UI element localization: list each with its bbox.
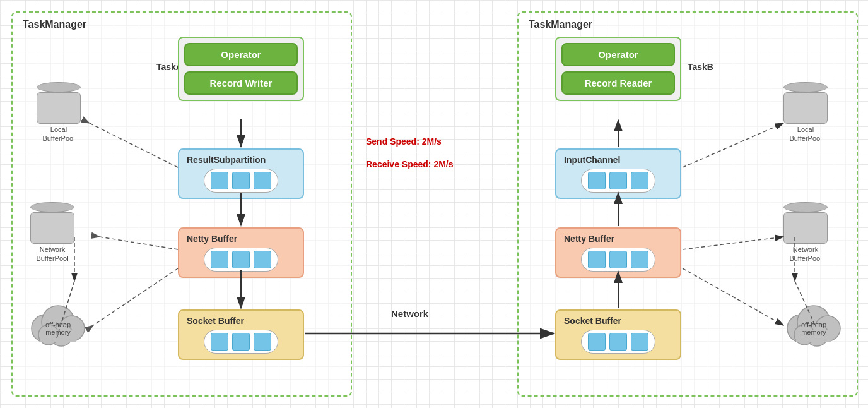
right-offheap-memory: off-heapmemory [782,297,845,347]
right-socket-buffer-box: Socket Buffer [555,309,681,360]
cylinder-top-cap [783,202,828,212]
result-subpartition-buffers [204,169,278,193]
cylinder-top-cap [30,202,74,212]
buffer-block [631,333,648,351]
left-netty-buffer-box: Netty Buffer [178,227,304,278]
buffer-block [609,172,627,189]
task-b-label: TaskB [688,62,713,72]
left-offheap-memory: off-heapmemory [26,297,90,347]
buffer-block [631,172,648,189]
buffer-block [588,333,606,351]
left-offheap-label: off-heapmemory [33,321,83,336]
left-netty-buffer-title: Netty Buffer [187,234,295,244]
cylinder-body [783,212,828,244]
buffer-block [232,172,250,189]
buffer-block [254,251,271,268]
right-record-reader-btn: Record Reader [561,71,675,95]
cylinder-body [30,212,74,244]
receive-speed-label: Receive Speed: 2M/s [366,159,454,169]
right-local-bufferpool-label: LocalBufferPool [789,125,821,143]
buffer-block [211,172,228,189]
input-channel-buffers [581,169,655,193]
result-subpartition-box: ResultSubpartition [178,148,304,199]
buffer-block [609,251,627,268]
left-taskmanager-title: TaskManager [23,19,86,30]
right-netty-buffer-box: Netty Buffer [555,227,681,278]
canvas: TaskManager TaskManager TaskA TaskB Oper… [0,0,868,408]
left-network-bufferpool: NetworkBufferPool [30,202,74,263]
buffer-block [588,172,606,189]
left-operator-btn: Operator [184,43,298,66]
buffer-block [211,333,228,351]
right-taskmanager-title: TaskManager [529,19,592,30]
buffer-block [609,333,627,351]
right-local-bufferpool: LocalBufferPool [783,82,828,143]
left-netty-buffer-strip [204,248,278,272]
input-channel-title: InputChannel [564,155,672,165]
buffer-block [254,333,271,351]
buffer-block [631,251,648,268]
left-operator-box: Operator Record Writer [178,37,304,101]
cylinder-body [37,92,81,124]
cylinder-top-cap [37,82,81,92]
send-speed-label: Send Speed: 2M/s [366,136,442,147]
right-netty-buffer-title: Netty Buffer [564,234,672,244]
left-local-bufferpool: LocalBufferPool [37,82,81,143]
cylinder-top-cap [783,82,828,92]
right-offheap-label: off-heapmemory [789,321,839,336]
right-network-bufferpool: NetworkBufferPool [783,202,828,263]
right-socket-buffer-title: Socket Buffer [564,316,672,326]
right-netty-buffer-strip [581,248,655,272]
cylinder-body [783,92,828,124]
buffer-block [232,251,250,268]
buffer-block [254,172,271,189]
left-local-bufferpool-label: LocalBufferPool [42,125,74,143]
buffer-block [232,333,250,351]
left-socket-buffer-strip [204,330,278,354]
buffer-block [211,251,228,268]
right-operator-btn: Operator [561,43,675,66]
right-socket-buffer-strip [581,330,655,354]
input-channel-box: InputChannel [555,148,681,199]
network-label: Network [391,308,428,319]
left-socket-buffer-title: Socket Buffer [187,316,295,326]
left-socket-buffer-box: Socket Buffer [178,309,304,360]
result-subpartition-title: ResultSubpartition [187,155,295,165]
buffer-block [588,251,606,268]
left-network-bufferpool-label: NetworkBufferPool [36,245,68,263]
right-network-bufferpool-label: NetworkBufferPool [789,245,821,263]
right-operator-box: Operator Record Reader [555,37,681,101]
left-record-writer-btn: Record Writer [184,71,298,95]
